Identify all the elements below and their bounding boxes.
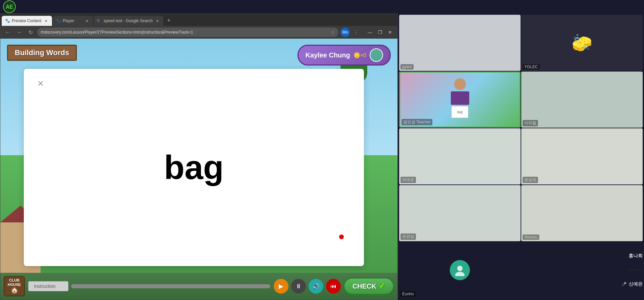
club-house-line1: CLUB <box>9 278 19 283</box>
close-word-card-button[interactable]: ✕ <box>37 79 44 88</box>
tab-search[interactable]: G speed test - Google Search ✕ <box>94 16 163 26</box>
rewind-icon: ⏮ <box>330 283 336 290</box>
check-icon: ✓ <box>379 282 385 291</box>
progress-bar <box>71 284 270 288</box>
participant-name-yglec: YGLEC <box>523 64 540 70</box>
participant-name-choe: 최예준 <box>400 177 416 183</box>
browser-toolbar: ← → ↻ rhdiscovery.com/Lesson/Player/2?Pr… <box>0 26 397 39</box>
participant-name-yeonso: Yeonsu <box>523 234 539 240</box>
building-words-sign: Building Words <box>7 45 77 61</box>
pause-icon: ⏸ <box>296 283 302 290</box>
tab-player-label: Player <box>63 18 82 23</box>
refresh-button[interactable]: ↻ <box>26 28 35 37</box>
tab-preview-label: Preview Content <box>12 18 41 23</box>
muted-icon-sinyeon: 🎤 <box>622 282 627 287</box>
video-tile-gyeol: gyeol <box>399 15 521 71</box>
video-tile-eunho: Eunho <box>399 242 521 298</box>
tab-search-close[interactable]: ✕ <box>155 18 160 24</box>
svg-text:AE: AE <box>6 4 13 10</box>
play-icon: ▶ <box>279 283 283 290</box>
recording-indicator <box>339 234 344 239</box>
tab-bar: 🐾 Preview Content ✕ 🐾 Player ✕ G speed t… <box>0 14 397 26</box>
play-button[interactable]: ▶ <box>274 279 288 294</box>
club-house-button[interactable]: CLUB HOUSE 🏠 <box>4 276 25 296</box>
back-button[interactable]: ← <box>3 28 12 37</box>
window-controls: — ❐ ✕ <box>365 28 395 37</box>
game-header: Building Words Kaylee Chung 🪙×0 <box>0 39 397 72</box>
house-icon: 🏠 <box>11 287 18 294</box>
video-tile-choe: 최예준 <box>399 128 521 184</box>
club-house-line2: HOUSE <box>8 283 21 287</box>
tab-preview-icon: 🐾 <box>5 18 10 23</box>
player-name: Kaylee Chung <box>305 51 350 59</box>
game-bar: CLUB HOUSE 🏠 Instruction ▶ ⏸ <box>0 273 397 300</box>
video-tile-hongnahwe-sinye: 홍나회 🎤 신예은 <box>521 242 643 298</box>
name-hongnahwe: 홍나회 <box>629 253 643 259</box>
video-panel: gyeol 🧽 YGLEC bag 열린샘 Teacher <box>398 13 644 300</box>
browser-chrome: 🐾 Preview Content ✕ 🐾 Player ✕ G speed t… <box>0 14 397 39</box>
video-tile-teacher: bag 열린샘 Teacher <box>399 72 521 128</box>
main-area: 🐾 Preview Content ✕ 🐾 Player ✕ G speed t… <box>0 13 644 300</box>
video-tile-yunsonha: 윤송하 <box>521 128 643 184</box>
tab-player-close[interactable]: ✕ <box>84 18 90 24</box>
tab-preview-close[interactable]: ✕ <box>43 18 49 24</box>
player-info: Kaylee Chung 🪙×0 <box>298 45 391 66</box>
minimize-button[interactable]: — <box>365 28 375 37</box>
participant-name-eunho: Eunho <box>400 291 416 297</box>
teacher-video-bg: bag <box>400 73 520 127</box>
app-logo: AE <box>3 1 16 13</box>
tab-search-label: speed test - Google Search <box>104 18 153 23</box>
profile-button[interactable]: Mo <box>340 28 350 37</box>
url-bar[interactable]: rhdiscovery.com/Lesson/Player/2?PreviewS… <box>37 28 338 37</box>
word-card: ✕ bag <box>24 69 364 266</box>
sound-button[interactable]: 🔊 <box>309 279 323 294</box>
tab-search-icon: G <box>97 18 102 23</box>
tab-player-icon: 🐾 <box>56 18 61 23</box>
rewind-button[interactable]: ⏮ <box>326 279 341 294</box>
tab-preview-content[interactable]: 🐾 Preview Content ✕ <box>2 16 52 26</box>
instruction-button[interactable]: Instruction <box>28 281 68 291</box>
check-button[interactable]: CHECK ✓ <box>343 277 394 295</box>
check-label: CHECK <box>353 283 376 290</box>
video-tile-yeonso: Yeonsu <box>521 185 643 241</box>
game-controls: ▶ ⏸ 🔊 ⏮ CHECK ✓ <box>274 277 394 295</box>
browser-window: 🐾 Preview Content ✕ 🐾 Player ✕ G speed t… <box>0 13 398 300</box>
new-tab-button[interactable]: + <box>164 16 173 25</box>
video-tile-yuryeondeum: 유련덤 <box>399 185 521 241</box>
participant-name-yuryeondeum: 유련덤 <box>400 233 416 240</box>
participant-name-gyeol: gyeol <box>400 64 414 70</box>
sound-icon: 🔊 <box>312 283 320 290</box>
participant-name-ihahwal: 이하할 <box>523 120 538 126</box>
extensions-button[interactable]: ⋮ <box>351 28 361 37</box>
pause-button[interactable]: ⏸ <box>291 279 306 294</box>
instruction-area: Instruction <box>28 281 270 291</box>
game-content: Building Words Kaylee Chung 🪙×0 ✕ bag CL… <box>0 39 397 300</box>
bookmark-icon[interactable]: ☆ <box>331 30 335 35</box>
close-button[interactable]: ✕ <box>385 28 395 37</box>
svg-point-2 <box>457 266 463 271</box>
restore-button[interactable]: ❐ <box>375 28 385 37</box>
coin-display: 🪙×0 <box>354 52 366 58</box>
tab-player[interactable]: 🐾 Player ✕ <box>53 16 93 26</box>
video-tile-yglec: 🧽 YGLEC <box>521 15 643 71</box>
player-avatar <box>370 48 383 62</box>
participant-name-yunsonha: 윤송하 <box>523 177 538 183</box>
name-sinyeon: 신예은 <box>629 281 643 287</box>
word-display: bag <box>164 148 224 187</box>
forward-button[interactable]: → <box>14 28 24 37</box>
video-tile-ihahwal: 이하할 <box>521 72 643 128</box>
participant-name-teacher: 열린샘 Teacher <box>401 119 432 125</box>
svg-point-3 <box>455 272 465 276</box>
browser-actions: Mo ⋮ <box>340 28 361 37</box>
taskbar: AE <box>0 0 644 13</box>
url-text: rhdiscovery.com/Lesson/Player/2?PreviewS… <box>41 30 329 35</box>
